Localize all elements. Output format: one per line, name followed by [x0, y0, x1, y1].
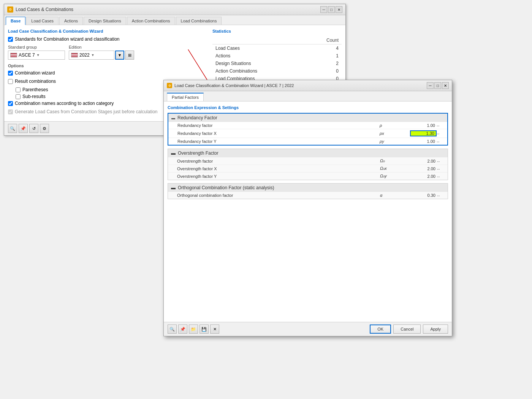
standard-group-label: Standard group [8, 45, 65, 49]
modal-titlebar-buttons: ─ □ ✕ [427, 82, 449, 89]
edition-value: 2022 [79, 52, 90, 58]
redundancy-row-2: Redundancy factor Y ρy 1.00 -- [168, 138, 447, 145]
tab-actions[interactable]: Actions [59, 17, 83, 25]
edition-select[interactable]: 2022 ▼ [69, 51, 114, 60]
modal-bottom-left-icons: 🔍 📌 📁 💾 ✕ [168, 325, 219, 334]
overstrength-factor-section: ▬ Overstrength Factor Overstrength facto… [168, 149, 448, 180]
modal-search-icon[interactable]: 🔍 [168, 325, 177, 334]
main-tab-bar: Base Load Cases Actions Design Situation… [4, 15, 345, 25]
app-icon: ⚙ [7, 6, 13, 13]
overstrength-factor-header[interactable]: ▬ Overstrength Factor [168, 149, 448, 157]
modal-pin-icon[interactable]: 📌 [178, 325, 187, 334]
redundancy-unit-2: -- [437, 139, 444, 144]
table-row: Design Situations 2 [212, 60, 342, 67]
options-title: Options [8, 63, 209, 68]
edition-edit-btn[interactable]: ⊞ [125, 51, 134, 60]
orthogonal-factor-header[interactable]: ▬ Orthogonal Combination Factor (static … [168, 184, 448, 192]
modal-window: ⚙ Load Case Classification & Combination… [163, 80, 452, 336]
stats-header-count: Count [306, 36, 342, 44]
overstrength-unit-2: -- [437, 174, 445, 179]
redundancy-symbol-0: ρ [380, 123, 410, 128]
combination-names-label: Combination names according to action ca… [15, 101, 114, 106]
overstrength-unit-0: -- [437, 159, 445, 163]
generate-load-cases-checkbox[interactable] [8, 109, 13, 114]
main-titlebar: ⚙ Load Cases & Combinations ─ □ ✕ [4, 4, 345, 15]
collapse-orthogonal-icon: ▬ [171, 185, 176, 190]
redundancy-unit-1: -- [437, 131, 444, 136]
modal-bottom-right-buttons: OK Cancel Apply [370, 325, 448, 334]
sub-results-checkbox[interactable] [16, 94, 21, 99]
stat-label-1: Actions [212, 52, 306, 60]
standards-checkbox[interactable] [8, 37, 13, 42]
overstrength-value-1: 2.00 [410, 166, 437, 171]
close-button[interactable]: ✕ [336, 6, 342, 13]
tab-base[interactable]: Base [6, 17, 25, 25]
tab-load-cases[interactable]: Load Cases [26, 17, 59, 25]
stat-label-0: Load Cases [212, 44, 306, 52]
stat-count-0: 4 [306, 44, 342, 52]
redundancy-row-0: Redundancy factor ρ 1.00 -- [168, 122, 447, 129]
modal-ok-button[interactable]: OK [370, 325, 391, 334]
modal-tab-partial-factors[interactable]: Partial Factors [167, 93, 204, 101]
combination-names-checkbox[interactable] [8, 101, 13, 106]
redundancy-symbol-1: ρx [380, 131, 410, 136]
orthogonal-symbol-0: α [380, 193, 410, 198]
collapse-overstrength-icon: ▬ [171, 150, 176, 156]
maximize-button[interactable]: □ [328, 6, 335, 13]
modal-minimize-button[interactable]: ─ [427, 82, 434, 89]
flag-icon [10, 53, 17, 57]
overstrength-factor-title: Overstrength Factor [178, 150, 218, 156]
overstrength-row-2: Overstrength factor Y Ω₀y 2.00 -- [168, 173, 448, 180]
generate-load-cases-label: Generate Load Cases from Construction St… [15, 109, 158, 114]
modal-folder-icon[interactable]: 📁 [189, 325, 198, 334]
tab-action-combinations[interactable]: Action Combinations [127, 17, 175, 25]
redundancy-factor-title: Redundancy Factor [177, 115, 217, 120]
overstrength-symbol-1: Ω₀x [380, 166, 410, 171]
orthogonal-value-0: 0.30 [410, 193, 437, 198]
redundancy-symbol-2: ρy [380, 139, 410, 144]
table-row: Load Cases 4 [212, 44, 342, 52]
modal-cancel-button[interactable]: Cancel [393, 325, 421, 334]
modal-apply-button[interactable]: Apply [423, 325, 448, 334]
modal-save-icon[interactable]: 💾 [200, 325, 209, 334]
edition-nav-btn[interactable]: ▼ [115, 51, 124, 60]
modal-title: Load Case Classification & Combination W… [174, 83, 294, 88]
redundancy-name-1: Redundancy factor X [177, 131, 380, 136]
overstrength-name-0: Overstrength factor [177, 159, 380, 163]
tab-design-situations[interactable]: Design Situations [84, 17, 126, 25]
tab-load-combinations[interactable]: Load Combinations [176, 17, 222, 25]
stat-count-1: 1 [306, 52, 342, 60]
redundancy-name-2: Redundancy factor Y [177, 139, 380, 144]
stats-header-name [212, 36, 306, 44]
search-icon[interactable]: 🔍 [8, 124, 17, 133]
modal-close-button[interactable]: ✕ [442, 82, 449, 89]
redundancy-unit-0: -- [437, 123, 444, 128]
combination-wizard-label: Combination wizard [15, 70, 55, 76]
standards-checkbox-row: Standards for Combination wizard and cla… [8, 36, 209, 42]
overstrength-row-1: Overstrength factor X Ω₀x 2.00 -- [168, 165, 448, 173]
modal-maximize-button[interactable]: □ [434, 82, 441, 89]
stat-count-2: 2 [306, 60, 342, 67]
overstrength-symbol-0: Ω₀ [380, 158, 410, 163]
minimize-button[interactable]: ─ [320, 6, 327, 13]
orthogonal-factor-title: Orthogonal Combination Factor (static an… [178, 185, 274, 190]
settings-icon[interactable]: ⚙ [40, 124, 49, 133]
titlebar-buttons: ─ □ ✕ [320, 6, 342, 13]
redundancy-value-0: 1.00 [410, 123, 437, 128]
overstrength-name-1: Overstrength factor X [177, 166, 380, 171]
combination-wizard-checkbox[interactable] [8, 71, 13, 76]
redundancy-factor-header[interactable]: ▬ Redundancy Factor [168, 114, 447, 122]
redundancy-value-1: 1.30 [410, 130, 437, 136]
orthogonal-name-0: Orthogonal combination factor [177, 193, 380, 198]
result-combinations-checkbox[interactable] [8, 79, 13, 84]
result-combinations-label: Result combinations [15, 79, 56, 84]
standard-group-select[interactable]: ASCE 7 ▼ [8, 51, 65, 60]
standards-label: Standards for Combination wizard and cla… [15, 36, 119, 42]
parentheses-checkbox[interactable] [16, 87, 21, 92]
overstrength-value-0: 2.00 [410, 159, 437, 163]
modal-delete-icon[interactable]: ✕ [210, 325, 219, 334]
pin-icon[interactable]: 📌 [19, 124, 28, 133]
orthogonal-row-0: Orthogonal combination factor α 0.30 -- [168, 192, 448, 199]
edition-dropdown-arrow-icon: ▼ [91, 53, 95, 57]
refresh-icon[interactable]: ↺ [29, 124, 38, 133]
